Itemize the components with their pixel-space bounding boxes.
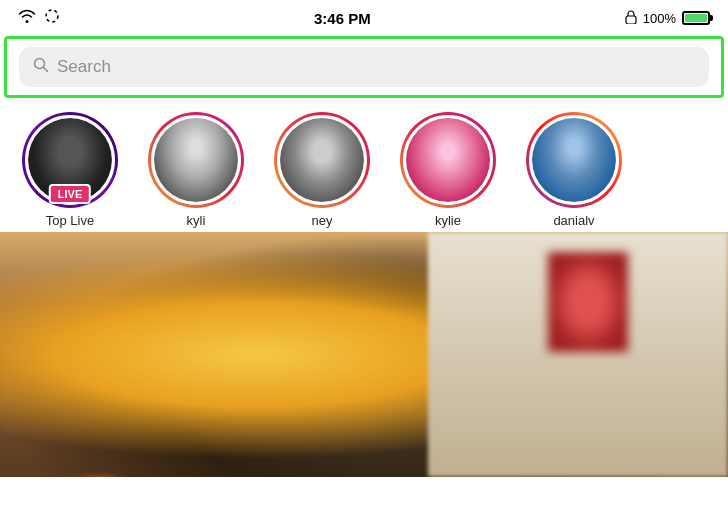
status-bar: 3:46 PM 100%	[0, 0, 728, 36]
stories-row: LIVE Top Live kyli ney kylie	[0, 102, 728, 232]
story-item-kyli[interactable]: kyli	[136, 112, 256, 228]
search-bar-container: Search	[4, 36, 724, 98]
main-content	[0, 232, 728, 477]
story-item-danialv[interactable]: danialv	[514, 112, 634, 228]
story-item-kylie[interactable]: kylie	[388, 112, 508, 228]
search-placeholder: Search	[57, 57, 111, 77]
story-label-kyli: kyli	[187, 213, 206, 228]
status-right: 100%	[625, 10, 710, 27]
svg-rect-1	[626, 16, 636, 24]
battery-icon	[682, 11, 710, 25]
wifi-icon	[18, 9, 36, 27]
story-label-kylie: kylie	[435, 213, 461, 228]
live-badge-top-live: LIVE	[49, 184, 91, 204]
story-item-top-live[interactable]: LIVE Top Live	[10, 112, 130, 228]
story-item-ney[interactable]: ney	[262, 112, 382, 228]
search-icon	[33, 57, 49, 77]
battery-percent: 100%	[643, 11, 676, 26]
lock-icon	[625, 10, 637, 27]
svg-line-3	[44, 68, 48, 72]
search-bar[interactable]: Search	[19, 47, 709, 87]
bg-element-flower	[548, 252, 628, 352]
story-label-danialv: danialv	[553, 213, 594, 228]
status-time: 3:46 PM	[314, 10, 371, 27]
story-label-top-live: Top Live	[46, 213, 94, 228]
story-avatar-danialv	[532, 118, 616, 202]
story-label-ney: ney	[312, 213, 333, 228]
story-avatar-kyli	[154, 118, 238, 202]
activity-icon	[44, 8, 60, 28]
story-avatar-ney	[280, 118, 364, 202]
story-avatar-kylie	[406, 118, 490, 202]
status-left	[18, 8, 60, 28]
svg-point-0	[46, 10, 58, 22]
